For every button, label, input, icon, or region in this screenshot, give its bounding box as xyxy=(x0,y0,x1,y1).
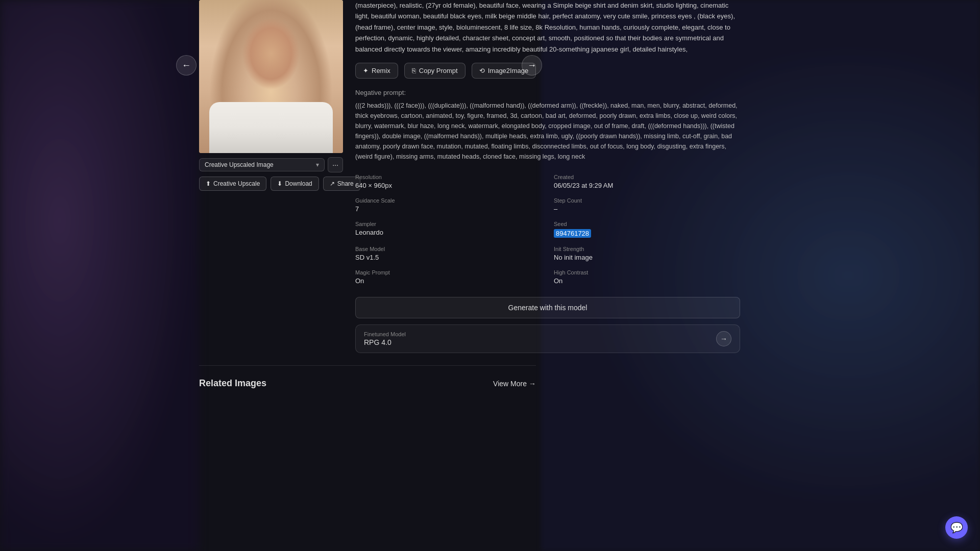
main-content: Creative Upscaled Image ▾ ··· Creative U… xyxy=(199,0,740,353)
prompt-text: (masterpiece), realistic, (27yr old fema… xyxy=(355,0,740,55)
meta-base-model-value: SD v1.5 xyxy=(355,254,542,261)
related-images-section: Related Images View More → xyxy=(199,378,536,417)
chat-icon: 💬 xyxy=(950,521,963,534)
model-info: Finetuned Model RPG 4.0 xyxy=(364,331,406,346)
download-icon xyxy=(277,180,282,187)
negative-prompt-label: Negative prompt: xyxy=(355,89,740,96)
chevron-right-icon: → xyxy=(527,60,536,71)
finetuned-model-card[interactable]: Finetuned Model RPG 4.0 → xyxy=(355,324,740,353)
main-image xyxy=(199,0,343,153)
meta-contrast-label: High Contrast xyxy=(554,269,740,276)
upscale-icon xyxy=(206,180,211,187)
download-button[interactable]: Download xyxy=(271,177,318,191)
meta-step-value: – xyxy=(554,205,740,213)
ellipsis-icon: ··· xyxy=(332,161,338,169)
portrait-shirt xyxy=(209,102,333,153)
generate-with-model-button[interactable]: Generate with this model xyxy=(355,297,740,318)
section-divider xyxy=(199,353,536,378)
meta-created-label: Created xyxy=(554,174,740,180)
remix-label: Remix xyxy=(372,67,390,74)
meta-guidance-label: Guidance Scale xyxy=(355,197,542,204)
copy-prompt-label: Copy Prompt xyxy=(419,67,458,74)
copy-prompt-button[interactable]: Copy Prompt xyxy=(404,63,465,79)
meta-sampler-value: Leonardo xyxy=(355,229,542,236)
generate-btn-label: Generate with this model xyxy=(508,304,587,312)
meta-contrast-value: On xyxy=(554,277,740,285)
meta-seed-label: Seed xyxy=(554,221,740,227)
meta-resolution: Resolution 640 × 960px xyxy=(355,174,542,189)
meta-resolution-label: Resolution xyxy=(355,174,542,180)
chevron-left-icon: ← xyxy=(182,60,191,71)
image-label-text: Creative Upscaled Image xyxy=(205,161,274,168)
meta-guidance-scale: Guidance Scale 7 xyxy=(355,197,542,213)
meta-guidance-value: 7 xyxy=(355,205,542,213)
meta-init-strength: Init Strength No init image xyxy=(554,246,740,261)
related-images-header: Related Images View More → xyxy=(199,378,536,389)
meta-magic-prompt: Magic Prompt On xyxy=(355,269,542,285)
download-label: Download xyxy=(285,180,312,187)
prompt-actions: Remix Copy Prompt Image2Image xyxy=(355,63,740,79)
model-arrow-button[interactable]: → xyxy=(716,331,731,346)
meta-created-value: 06/05/23 at 9:29 AM xyxy=(554,182,740,189)
meta-base-model-label: Base Model xyxy=(355,246,542,252)
view-more-arrow-icon: → xyxy=(529,380,536,388)
image-toolbar: Creative Upscaled Image ▾ ··· xyxy=(199,157,343,172)
creative-upscale-label: Creative Upscale xyxy=(213,180,260,187)
remix-icon xyxy=(363,67,369,74)
meta-init-label: Init Strength xyxy=(554,246,740,252)
negative-prompt-text: (((2 heads))), (((2 face))), (((duplicat… xyxy=(355,101,740,162)
meta-base-model: Base Model SD v1.5 xyxy=(355,246,542,261)
image-label-select[interactable]: Creative Upscaled Image ▾ xyxy=(199,158,325,171)
image-panel: Creative Upscaled Image ▾ ··· Creative U… xyxy=(199,0,343,353)
meta-seed: Seed 894761728 xyxy=(554,221,740,238)
bg-left-decoration xyxy=(0,0,199,551)
creative-upscale-button[interactable]: Creative Upscale xyxy=(199,177,266,191)
meta-sampler: Sampler Leonardo xyxy=(355,221,542,238)
meta-step-label: Step Count xyxy=(554,197,740,204)
meta-seed-value[interactable]: 894761728 xyxy=(554,229,591,238)
meta-sampler-label: Sampler xyxy=(355,221,542,227)
meta-resolution-value: 640 × 960px xyxy=(355,182,542,189)
meta-created: Created 06/05/23 at 9:29 AM xyxy=(554,174,740,189)
img2img-icon xyxy=(479,67,485,74)
page-wrapper: ← → Creative Upscaled Image xyxy=(0,0,980,551)
model-name: RPG 4.0 xyxy=(364,338,406,346)
meta-magic-label: Magic Prompt xyxy=(355,269,542,276)
share-icon xyxy=(330,180,335,187)
chevron-down-icon: ▾ xyxy=(316,161,319,168)
meta-init-value: No init image xyxy=(554,254,740,261)
related-images-title: Related Images xyxy=(199,378,266,389)
metadata-grid: Resolution 640 × 960px Created 06/05/23 … xyxy=(355,174,740,285)
meta-magic-value: On xyxy=(355,277,542,285)
arrow-right-icon: → xyxy=(720,335,727,343)
chat-support-button[interactable]: 💬 xyxy=(945,516,968,539)
view-more-link[interactable]: View More → xyxy=(493,380,536,388)
next-image-button[interactable]: → xyxy=(522,55,542,76)
prev-image-button[interactable]: ← xyxy=(176,55,197,76)
info-panel: (masterpiece), realistic, (27yr old fema… xyxy=(343,0,740,353)
more-options-button[interactable]: ··· xyxy=(328,157,343,172)
divider-line xyxy=(199,365,536,366)
image-actions: Creative Upscale Download Share xyxy=(199,177,343,191)
meta-step-count: Step Count – xyxy=(554,197,740,213)
model-info-label: Finetuned Model xyxy=(364,331,406,337)
copy-icon xyxy=(412,67,416,74)
meta-high-contrast: High Contrast On xyxy=(554,269,740,285)
image-detail-layout: Creative Upscaled Image ▾ ··· Creative U… xyxy=(199,0,740,353)
view-more-label: View More xyxy=(493,380,527,388)
remix-button[interactable]: Remix xyxy=(355,63,398,79)
